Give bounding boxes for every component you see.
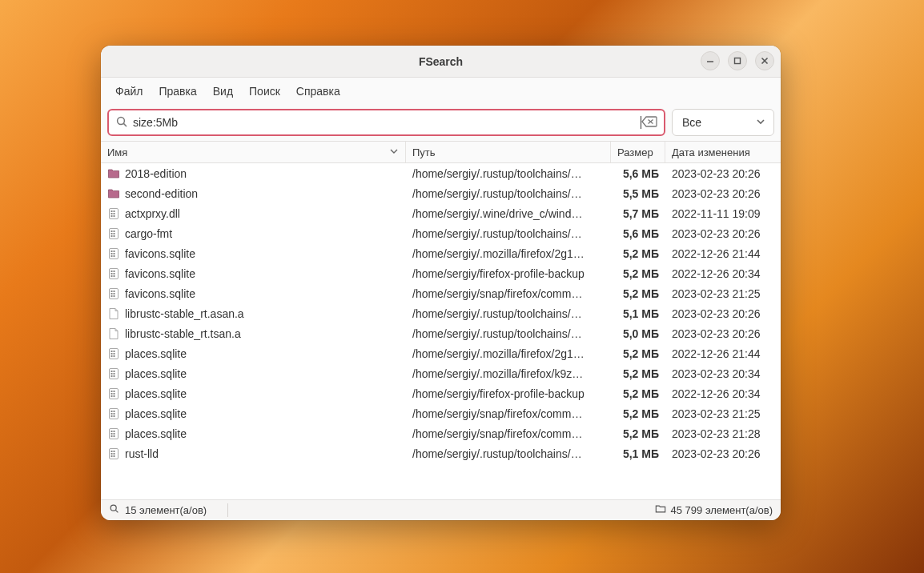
svg-rect-21 xyxy=(114,235,115,237)
statusbar: 15 элемент(а/ов) 45 799 элемент(а/ов) xyxy=(101,499,781,520)
cell-date: 2022-12-26 21:44 xyxy=(665,347,781,360)
table-row[interactable]: rust-lld/home/sergiy/.rustup/toolchains/… xyxy=(101,443,781,463)
status-results-text: 15 элемент(а/ов) xyxy=(125,504,207,516)
filter-dropdown[interactable]: Bce xyxy=(672,109,774,136)
svg-rect-46 xyxy=(111,353,113,355)
cell-size: 5,0 МБ xyxy=(611,327,665,340)
window-controls xyxy=(701,51,774,70)
cell-name: cargo-fmt xyxy=(101,227,406,240)
svg-rect-17 xyxy=(114,230,115,232)
file-name: places.sqlite xyxy=(125,387,187,400)
cell-name: librustc-stable_rt.tsan.a xyxy=(101,327,406,340)
svg-rect-47 xyxy=(114,353,115,355)
file-icon xyxy=(107,307,120,320)
cell-size: 5,2 МБ xyxy=(611,407,665,420)
table-row[interactable]: librustc-stable_rt.asan.a/home/sergiy/.r… xyxy=(101,303,781,323)
cell-date: 2023-02-23 20:26 xyxy=(665,187,781,200)
close-icon xyxy=(760,56,769,66)
file-name: cargo-fmt xyxy=(125,227,172,240)
cell-path: /home/sergiy/.mozilla/firefox/2g1… xyxy=(406,247,611,260)
menu-view[interactable]: Вид xyxy=(207,82,239,101)
svg-rect-32 xyxy=(111,273,113,274)
search-row: Bce xyxy=(101,104,781,141)
menu-help[interactable]: Справка xyxy=(290,82,347,101)
filter-label: Bce xyxy=(682,116,701,129)
cell-name: rust-lld xyxy=(101,447,406,460)
binary-file-icon xyxy=(107,367,120,380)
cell-date: 2023-02-23 20:26 xyxy=(665,167,781,180)
binary-file-icon xyxy=(107,347,120,360)
chevron-down-icon xyxy=(756,116,765,129)
cell-name: second-edition xyxy=(101,187,406,200)
results-list[interactable]: 2018-edition/home/sergiy/.rustup/toolcha… xyxy=(101,163,781,499)
table-row[interactable]: second-edition/home/sergiy/.rustup/toolc… xyxy=(101,183,781,203)
table-row[interactable]: favicons.sqlite/home/sergiy/.mozilla/fir… xyxy=(101,243,781,263)
svg-rect-61 xyxy=(114,393,115,395)
table-row[interactable]: favicons.sqlite/home/sergiy/snap/firefox… xyxy=(101,283,781,303)
svg-rect-12 xyxy=(114,213,115,214)
svg-rect-23 xyxy=(111,250,113,252)
column-header-path[interactable]: Путь xyxy=(406,142,611,162)
file-name: favicons.sqlite xyxy=(125,247,195,260)
svg-rect-31 xyxy=(114,270,115,272)
table-row[interactable]: actxprxy.dll/home/sergiy/.wine/drive_c/w… xyxy=(101,203,781,223)
cell-path: /home/sergiy/.rustup/toolchains/… xyxy=(406,187,611,200)
file-name: rust-lld xyxy=(125,447,159,460)
cell-path: /home/sergiy/.rustup/toolchains/… xyxy=(406,227,611,240)
table-row[interactable]: 2018-edition/home/sergiy/.rustup/toolcha… xyxy=(101,163,781,183)
svg-rect-81 xyxy=(111,453,113,455)
svg-rect-83 xyxy=(111,455,113,457)
status-indexed-text: 45 799 элемент(а/ов) xyxy=(671,504,773,516)
svg-rect-27 xyxy=(111,255,113,257)
table-row[interactable]: places.sqlite/home/sergiy/firefox-profil… xyxy=(101,383,781,403)
clear-search-icon[interactable] xyxy=(641,115,657,130)
table-row[interactable]: cargo-fmt/home/sergiy/.rustup/toolchains… xyxy=(101,223,781,243)
folder-icon xyxy=(107,187,120,200)
svg-rect-58 xyxy=(111,391,113,392)
cell-path: /home/sergiy/.wine/drive_c/wind… xyxy=(406,207,611,220)
table-row[interactable]: librustc-stable_rt.tsan.a/home/sergiy/.r… xyxy=(101,323,781,343)
svg-rect-65 xyxy=(111,411,113,412)
cell-name: places.sqlite xyxy=(101,367,406,380)
svg-rect-14 xyxy=(114,215,115,217)
table-row[interactable]: places.sqlite/home/sergiy/.mozilla/firef… xyxy=(101,363,781,383)
binary-file-icon xyxy=(107,387,120,400)
svg-rect-69 xyxy=(111,415,113,417)
cell-path: /home/sergiy/.rustup/toolchains/… xyxy=(406,447,611,460)
table-row[interactable]: favicons.sqlite/home/sergiy/firefox-prof… xyxy=(101,263,781,283)
svg-rect-56 xyxy=(114,375,115,377)
maximize-button[interactable] xyxy=(728,51,747,70)
table-row[interactable]: places.sqlite/home/sergiy/.mozilla/firef… xyxy=(101,343,781,363)
table-row[interactable]: places.sqlite/home/sergiy/snap/firefox/c… xyxy=(101,403,781,423)
svg-rect-74 xyxy=(111,433,113,435)
cell-name: places.sqlite xyxy=(101,347,406,360)
status-results: 15 элемент(а/ов) xyxy=(109,503,207,517)
column-header-size[interactable]: Размер xyxy=(611,142,665,162)
menu-file[interactable]: Файл xyxy=(109,82,149,101)
close-button[interactable] xyxy=(755,51,774,70)
svg-rect-40 xyxy=(114,293,115,295)
menu-search[interactable]: Поиск xyxy=(243,82,287,101)
table-row[interactable]: places.sqlite/home/sergiy/snap/firefox/c… xyxy=(101,423,781,443)
column-header-date[interactable]: Дата изменения xyxy=(665,142,781,162)
search-box[interactable] xyxy=(107,109,665,136)
search-input[interactable] xyxy=(133,116,640,129)
cell-size: 5,2 МБ xyxy=(611,427,665,440)
svg-rect-63 xyxy=(114,395,115,397)
svg-rect-35 xyxy=(114,275,115,277)
menu-edit[interactable]: Правка xyxy=(152,82,203,101)
column-header-name[interactable]: Имя xyxy=(101,142,406,162)
cell-name: favicons.sqlite xyxy=(101,267,406,280)
svg-rect-30 xyxy=(111,270,113,272)
cell-size: 5,2 МБ xyxy=(611,387,665,400)
svg-rect-38 xyxy=(114,291,115,292)
binary-file-icon xyxy=(107,447,120,460)
cell-size: 5,2 МБ xyxy=(611,247,665,260)
minimize-button[interactable] xyxy=(701,51,720,70)
cell-path: /home/sergiy/.mozilla/firefox/2g1… xyxy=(406,347,611,360)
titlebar: FSearch xyxy=(101,46,781,78)
svg-rect-60 xyxy=(111,393,113,395)
svg-rect-59 xyxy=(114,391,115,392)
cell-size: 5,7 МБ xyxy=(611,207,665,220)
cell-path: /home/sergiy/firefox-profile-backup xyxy=(406,267,611,280)
